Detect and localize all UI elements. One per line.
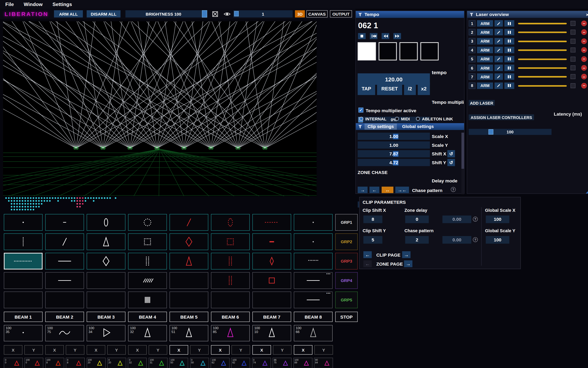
cue-cell-1[interactable]: 10035 [4, 325, 43, 341]
clip-cell-r1c8[interactable] [294, 214, 333, 231]
clip-settings-scrollbar[interactable] [461, 133, 464, 194]
laser-edit-button[interactable] [495, 56, 503, 62]
clip-cell-r3c5[interactable] [170, 253, 208, 270]
laser-edit-button[interactable] [495, 64, 503, 71]
laser-arm-button[interactable]: ARM [477, 83, 493, 89]
palette-cell-13[interactable]: 074 [252, 358, 271, 368]
clip-cell-r5c5[interactable] [170, 292, 208, 308]
disarm-all-button[interactable]: DISARM ALL [87, 10, 120, 17]
clip-cell-r2c8[interactable] [294, 233, 333, 250]
panel-resize-grip[interactable] [586, 188, 588, 193]
laser-arm-button[interactable]: ARM [477, 74, 493, 80]
param-value-field[interactable]: 7.87 [358, 150, 430, 157]
clip-cell-r1c2[interactable] [45, 214, 84, 231]
laser-arm-button[interactable]: ARM [477, 29, 493, 35]
laser-option-box[interactable] [571, 56, 576, 61]
global-scale-x-field[interactable]: 100 [486, 216, 509, 223]
param-value-field[interactable]: 1.00 [358, 133, 430, 140]
palette-cell-3[interactable]: 1008 [45, 358, 64, 368]
menu-settings[interactable]: Settings [52, 2, 72, 7]
laser-remove-button[interactable]: − [581, 74, 587, 80]
laser-pause-button[interactable] [505, 56, 514, 62]
clip-cell-r1c7[interactable] [252, 214, 291, 231]
zone-page-prev-button[interactable]: ← [363, 260, 372, 267]
laser-intensity-slider[interactable] [518, 76, 567, 78]
laser-pause-button[interactable] [505, 29, 514, 35]
clip-shift-x-field[interactable]: 8 [363, 216, 382, 223]
clip-cell-r3c3[interactable] [87, 253, 125, 270]
laser-remove-button[interactable]: − [581, 65, 587, 71]
palette-cell-1[interactable]: 00 [4, 358, 23, 368]
chase-pattern-bounce-button[interactable]: ↔ [382, 187, 393, 193]
group-button-grp2[interactable]: GRP2 [335, 233, 358, 250]
laser-arm-button[interactable]: ARM [477, 38, 493, 44]
laser-pause-button[interactable] [505, 47, 514, 53]
beam-button-7[interactable]: BEAM 7 [252, 312, 291, 322]
param-reset-button[interactable]: ↺ [447, 150, 455, 157]
clip-cell-r2c6[interactable] [211, 233, 250, 250]
laser-preview-viewport[interactable] [3, 21, 317, 196]
latency-slider-handle[interactable] [488, 129, 493, 135]
output-button[interactable]: OUTPUT [330, 10, 352, 17]
clip-cell-r1c6[interactable] [211, 214, 250, 231]
help-icon[interactable]: ? [473, 217, 478, 221]
cue-cell-6[interactable]: 10085 [211, 325, 250, 341]
clip-shift-y-field[interactable]: 5 [363, 236, 382, 244]
clip-cell-r4c2[interactable] [45, 272, 84, 289]
x-toggle-1[interactable]: X [4, 345, 22, 355]
laser-pause-button[interactable] [505, 20, 514, 27]
laser-edit-button[interactable] [495, 74, 503, 80]
laser-pause-button[interactable] [505, 64, 514, 71]
palette-cell-9[interactable]: 10050 [169, 358, 188, 368]
cell-menu-dots-icon[interactable]: ••• [326, 272, 331, 276]
beam-button-5[interactable]: BEAM 5 [170, 312, 208, 322]
stop-button[interactable]: STOP [335, 312, 358, 322]
y-toggle-3[interactable]: Y [107, 345, 126, 355]
menu-window[interactable]: Window [24, 2, 43, 7]
palette-cell-4[interactable]: 08 [66, 358, 85, 368]
chase-pattern-converge-button[interactable]: →← [395, 187, 409, 193]
blackout-icon[interactable] [212, 11, 218, 17]
x-toggle-8[interactable]: X [294, 345, 312, 355]
zone-count-slider[interactable]: 1 [233, 10, 293, 17]
laser-arm-button[interactable]: ARM [477, 47, 493, 53]
laser-pause-button[interactable] [505, 38, 514, 44]
x-toggle-7[interactable]: X [252, 345, 271, 355]
param-value-field[interactable]: 4.72 [358, 159, 430, 166]
laser-arm-button[interactable]: ARM [477, 20, 493, 27]
laser-intensity-slider[interactable] [518, 49, 567, 51]
laser-pause-button[interactable] [505, 83, 514, 89]
clip-cell-r5c3[interactable] [87, 292, 125, 308]
beam-button-2[interactable]: BEAM 2 [45, 312, 84, 322]
laser-remove-button[interactable]: − [581, 38, 587, 44]
chase-pattern-left-button[interactable]: ← [369, 187, 379, 193]
laser-option-box[interactable] [571, 74, 576, 79]
y-toggle-5[interactable]: Y [190, 345, 209, 355]
laser-remove-button[interactable]: − [581, 29, 587, 35]
laser-edit-button[interactable] [495, 47, 503, 53]
laser-option-box[interactable] [571, 83, 576, 88]
cue-cell-8[interactable]: 10066 [294, 325, 333, 341]
group-button-grp3[interactable]: GRP3 [335, 253, 358, 270]
palette-cell-7[interactable]: 032 [128, 358, 147, 368]
cue-cell-3[interactable]: 10034 [87, 325, 125, 341]
help-icon[interactable]: ? [473, 237, 478, 242]
laser-intensity-slider[interactable] [518, 23, 567, 24]
x-toggle-4[interactable]: X [128, 345, 147, 355]
laser-option-box[interactable] [571, 21, 576, 26]
clip-cell-r3c1[interactable] [4, 253, 43, 270]
beam-button-6[interactable]: BEAM 6 [211, 312, 250, 322]
clip-page-next-button[interactable]: → [402, 251, 411, 258]
clip-cell-r5c1[interactable] [4, 292, 43, 308]
zone-page-next-button[interactable]: → [404, 260, 412, 267]
palette-cell-12[interactable]: 10062 [231, 358, 250, 368]
param-reset-button[interactable]: ↺ [447, 159, 455, 166]
cell-menu-dots-icon[interactable]: ••• [326, 292, 331, 295]
clip-cell-r4c6[interactable] [211, 272, 250, 289]
latency-slider[interactable]: 100 [469, 129, 551, 135]
palette-cell-10[interactable]: 050 [190, 358, 209, 368]
laser-edit-button[interactable] [495, 38, 503, 44]
laser-option-box[interactable] [571, 30, 576, 35]
clip-cell-r1c1[interactable] [4, 214, 43, 231]
laser-intensity-slider[interactable] [518, 41, 567, 42]
